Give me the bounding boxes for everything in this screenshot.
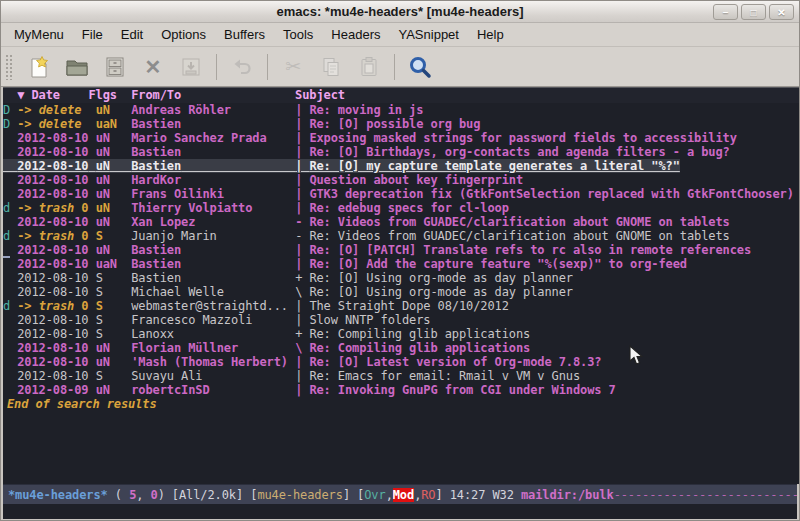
mode-line-mode: mu4e-headers [257, 488, 343, 502]
toolbar-separator [216, 54, 217, 80]
undo-icon [230, 55, 254, 79]
mode-line-plain: , [386, 488, 393, 502]
save-icon [179, 55, 203, 79]
open-folder-button[interactable] [64, 54, 90, 80]
emacs-window: emacs: *mu4e-headers* [mu4e-headers] – □… [0, 0, 800, 521]
paste-button [356, 54, 382, 80]
mode-line-plain: ] 14:27 W32 [436, 488, 522, 502]
mode-line-plain: ) [All/2.0k] [ [158, 488, 258, 502]
mode-line-plain: ] [ [343, 488, 364, 502]
mode-line-modified: Mod [393, 488, 414, 502]
close-buffer-icon: ✕ [145, 55, 162, 79]
mode-line-number: 0 [151, 488, 158, 502]
close-buffer-button[interactable]: ✕ [140, 54, 166, 80]
copy-icon [319, 55, 343, 79]
message-row[interactable]: 2012-08-10 S Lanoxx + Re: Compiling glib… [3, 327, 799, 341]
mode-line-buffer: *mu4e-headers* [8, 488, 108, 502]
menu-item-mymenu[interactable]: MyMenu [5, 25, 73, 44]
message-list: D -> delete uN Andreas Röhler | Re: movi… [3, 103, 799, 397]
toolbar: ✕ ✂ [1, 47, 799, 87]
message-row[interactable]: 2012-08-10 uN Frans Oilinki | GTK3 depre… [3, 187, 799, 201]
window-controls: – □ ✕ [713, 4, 794, 20]
message-row[interactable]: 2012-08-10 uN HardKor | Question about k… [3, 173, 799, 187]
menu-item-help[interactable]: Help [468, 25, 513, 44]
menu-item-headers[interactable]: Headers [322, 25, 389, 44]
emacs-frame: ▼Date Flgs From/To Subject D -> delete u… [1, 87, 799, 519]
menu-item-tools[interactable]: Tools [274, 25, 322, 44]
column-header-subject[interactable]: Subject [295, 88, 345, 102]
open-folder-icon [65, 55, 89, 79]
headers-buffer: ▼Date Flgs From/To Subject D -> delete u… [3, 87, 799, 484]
message-row[interactable]: 2012-08-10 uaN Bastien | Re: [O] Add the… [3, 257, 799, 271]
message-row[interactable]: 2012-08-09 uN robertcInSD | Re: Invoking… [3, 383, 799, 397]
minimize-button[interactable]: – [713, 4, 738, 20]
mouse-cursor-icon [629, 345, 645, 367]
titlebar[interactable]: emacs: *mu4e-headers* [mu4e-headers] – □… [1, 1, 799, 23]
cut-button: ✂ [280, 54, 306, 80]
mode-line-plain: , [136, 488, 150, 502]
toolbar-separator [267, 54, 268, 80]
menu-item-file[interactable]: File [73, 25, 112, 44]
message-row[interactable]: 2012-08-10 S Bastien + Re: [O] Using org… [3, 271, 799, 285]
menu-item-buffers[interactable]: Buffers [215, 25, 274, 44]
message-row[interactable]: 2012-08-10 S Suvayu Ali | Re: Emacs for … [3, 369, 799, 383]
paste-icon [357, 55, 381, 79]
message-row[interactable]: 2012-08-10 uN 'Mash (Thomas Herbert) | R… [3, 355, 799, 369]
end-of-results-label: End of search results [3, 397, 799, 411]
message-row[interactable]: d -> trash 0 uN Thierry Volpiatto | Re: … [3, 201, 799, 215]
mode-line-maildir: maildir:/bulk [521, 488, 614, 502]
mode-line[interactable]: *mu4e-headers* ( 5, 0) [All/2.0k] [mu4e-… [3, 484, 797, 504]
maximize-button[interactable]: □ [741, 4, 766, 20]
new-file-icon [27, 55, 51, 79]
menu-bar: MyMenuFileEditOptionsBuffersToolsHeaders… [1, 23, 799, 47]
message-row[interactable]: 2012-08-10 uN Bastien | Re: [O] [PATCH] … [3, 243, 799, 257]
sort-descending-icon: ▼ [17, 88, 31, 103]
fringe-current-line-marker [3, 256, 10, 258]
cut-icon: ✂ [285, 55, 301, 78]
message-row[interactable]: d -> trash 0 S Juanjo Marin - Re: Videos… [3, 229, 799, 243]
window-title: emacs: *mu4e-headers* [mu4e-headers] [276, 4, 523, 19]
copy-button [318, 54, 344, 80]
message-row[interactable]: 2012-08-10 uN Mario Sanchez Prada | Expo… [3, 131, 799, 145]
message-row[interactable]: D -> delete uaN Bastien | Re: [O] possib… [3, 117, 799, 131]
toolbar-grip-handle[interactable] [5, 54, 14, 80]
message-row[interactable]: D -> delete uN Andreas Röhler | Re: movi… [3, 103, 799, 117]
file-cabinet-icon [103, 55, 127, 79]
header-line: ▼Date Flgs From/To Subject [3, 88, 799, 103]
search-button[interactable] [407, 54, 433, 80]
message-row[interactable]: d -> trash 0 S webmaster@straightd... | … [3, 299, 799, 313]
menu-item-options[interactable]: Options [152, 25, 215, 44]
new-file-button[interactable] [26, 54, 52, 80]
menu-item-yasnippet[interactable]: YASnippet [389, 25, 467, 44]
message-row[interactable]: 2012-08-10 S Francesco Mazzoli | Slow NN… [3, 313, 799, 327]
file-cabinet-button[interactable] [102, 54, 128, 80]
toolbar-separator [394, 54, 395, 80]
save-button [178, 54, 204, 80]
message-row[interactable]: 2012-08-10 S Michael Welle \ Re: [O] Usi… [3, 285, 799, 299]
mode-line-overwrite: Ovr [364, 488, 385, 502]
message-row[interactable]: 2012-08-10 uN Xan Lopez - Re: Videos fro… [3, 215, 799, 229]
message-row[interactable]: 2012-08-10 uN Bastien | Re: [O] my captu… [3, 159, 799, 173]
column-header-date[interactable]: Date [31, 88, 60, 102]
menu-item-edit[interactable]: Edit [112, 25, 152, 44]
mode-line-plain: ( [108, 488, 129, 502]
mode-line-readonly: RO [421, 488, 435, 502]
message-row[interactable]: 2012-08-10 uN Florian Müllner \ Re: Comp… [3, 341, 799, 355]
mode-line-dashes: ---------------------------- [614, 488, 797, 502]
close-button[interactable]: ✕ [769, 4, 794, 20]
column-header-flags[interactable]: Flgs [88, 88, 117, 102]
column-header-from-to[interactable]: From/To [131, 88, 181, 102]
minibuffer[interactable] [3, 504, 797, 519]
message-row[interactable]: 2012-08-10 uN Bastien | Re: [O] Birthday… [3, 145, 799, 159]
undo-button [229, 54, 255, 80]
search-icon [407, 54, 433, 80]
